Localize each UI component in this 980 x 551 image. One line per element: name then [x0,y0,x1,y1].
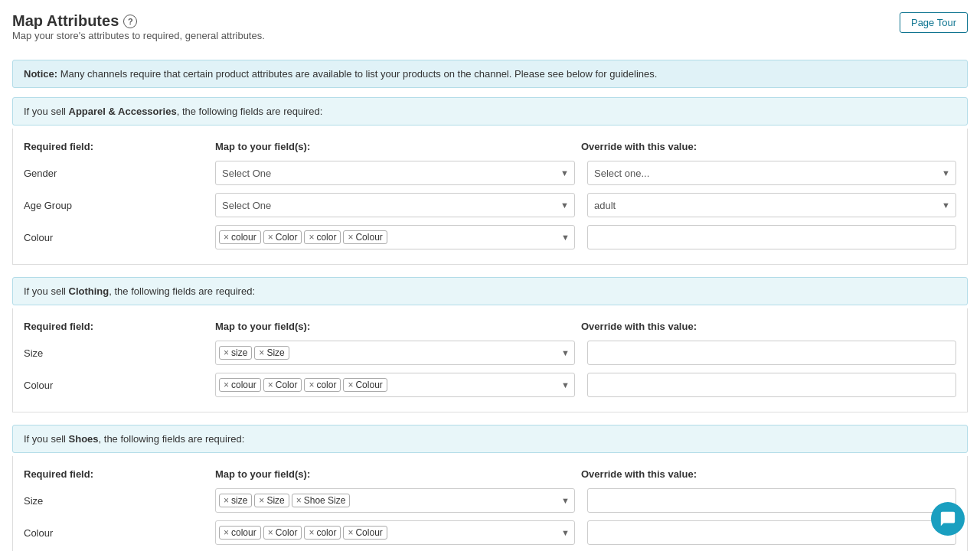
tag-remove-colour-1[interactable]: × [224,233,229,242]
override-col-label: Override with this value: [581,141,956,152]
apparel-colour-override-input[interactable] [587,225,956,249]
clothing-colour-tag-select[interactable]: ×colour ×Color ×color ×Colour ▼ [215,373,575,397]
tag-remove-size-1[interactable]: × [224,348,229,357]
clothing-size-tag-select[interactable]: ×size ×Size ▼ [215,341,575,365]
section-shoes-fields: Required field: Map to your field(s): Ov… [12,456,968,551]
shoes-size-map-col: ×size ×Size ×Shoe Size ▼ [215,488,581,513]
gender-override-wrapper[interactable]: Select one... ▼ [587,161,956,185]
tag-remove-ccolour-2[interactable]: × [268,380,273,390]
shoes-size-arrow: ▼ [561,496,570,505]
notice-label: Notice: [24,68,57,80]
tag-remove-ssize-1[interactable]: × [224,496,229,505]
notice-box: Notice: Many channels require that certa… [12,60,968,88]
gender-override-select[interactable]: Select one... [587,161,956,185]
clothing-size-override-col [581,341,956,365]
shoes-size-override-input[interactable] [587,488,956,513]
tag-remove-colour-2[interactable]: × [268,233,273,242]
shoes-override-col: Override with this value: [581,468,956,480]
section-clothing-fields: Required field: Map to your field(s): Ov… [12,308,968,412]
apparel-fields-header: Required field: Map to your field(s): Ov… [13,136,967,157]
tag-remove-scolour-4[interactable]: × [348,528,353,537]
tag-remove-colour-4[interactable]: × [348,233,353,242]
apparel-colour-arrow: ▼ [561,233,570,242]
tag-ccolour-4: ×Colour [343,378,387,392]
section-shoes-header: If you sell Shoes, the following fields … [12,425,968,453]
page-tour-button[interactable]: Page Tour [900,12,968,33]
clothing-colour-override-input[interactable] [587,373,956,397]
tag-scolour-2: ×Color [263,526,302,540]
tag-colour-4: ×Colour [343,230,387,244]
help-icon[interactable]: ? [123,15,137,28]
tag-ccolour-3: ×color [304,378,341,392]
shoes-size-row: Size ×size ×Size ×Shoe Size ▼ [13,484,967,517]
gender-select[interactable]: Select One [215,161,575,185]
clothing-colour-override-col [581,373,956,397]
shoes-size-tag-select[interactable]: ×size ×Size ×Shoe Size ▼ [215,488,575,513]
age-group-row: Age Group Select One ▼ adult ▼ [13,189,967,221]
tag-remove-ssize-3[interactable]: × [296,496,302,505]
tag-size-1: ×size [219,346,252,360]
clothing-colour-row: Colour ×colour ×Color ×color ×Colour ▼ [13,369,967,401]
tag-remove-ssize-2[interactable]: × [259,496,264,505]
age-group-select[interactable]: Select One [215,193,575,217]
clothing-size-label: Size [24,347,215,359]
tag-colour-2: ×Color [263,230,302,244]
clothing-size-map-col: ×size ×Size ▼ [215,341,581,365]
clothing-override-col: Override with this value: [581,321,956,332]
tag-colour-1: ×colour [219,230,261,244]
age-group-label: Age Group [24,200,215,211]
tag-ssize-1: ×size [219,494,252,507]
tag-remove-scolour-3[interactable]: × [309,528,314,537]
shoes-map-col: Map to your field(s): [215,468,581,480]
tag-size-2: ×Size [254,346,289,360]
gender-override-col: Select one... ▼ [581,161,956,185]
apparel-colour-override-col [581,225,956,249]
tag-remove-scolour-2[interactable]: × [268,528,273,537]
tag-remove-ccolour-3[interactable]: × [309,380,314,390]
tag-remove-scolour-1[interactable]: × [224,528,229,537]
tag-ssize-2: ×Size [254,494,289,507]
chat-icon [939,510,956,527]
shoes-required-col: Required field: [24,468,215,480]
tag-remove-ccolour-4[interactable]: × [348,380,353,390]
age-group-override-wrapper[interactable]: adult ▼ [587,193,956,217]
tag-remove-colour-3[interactable]: × [309,233,314,242]
tag-scolour-4: ×Colour [343,526,387,540]
clothing-map-col: Map to your field(s): [215,321,581,332]
tag-remove-size-2[interactable]: × [259,348,264,357]
shoes-size-label: Size [24,495,215,507]
tag-scolour-3: ×color [304,526,341,540]
shoes-colour-tag-select[interactable]: ×colour ×Color ×color ×Colour ▼ [215,520,575,545]
apparel-colour-tag-select[interactable]: ×colour ×Color ×color ×Colour ▼ [215,225,575,249]
clothing-colour-arrow: ▼ [561,380,570,390]
age-group-override-col: adult ▼ [581,193,956,217]
tag-ccolour-1: ×colour [219,378,261,392]
clothing-size-row: Size ×size ×Size ▼ [13,337,967,369]
shoes-colour-map-col: ×colour ×Color ×color ×Colour ▼ [215,520,581,545]
clothing-size-override-input[interactable] [587,341,956,365]
section-clothing-header: If you sell Clothing, the following fiel… [12,277,968,305]
shoes-colour-label: Colour [24,527,215,539]
map-field-col-label: Map to your field(s): [215,141,581,152]
page-title: Map Attributes ? [12,12,265,30]
clothing-colour-map-col: ×colour ×Color ×color ×Colour ▼ [215,373,581,397]
age-group-override-select[interactable]: adult [587,193,956,217]
gender-row: Gender Select One ▼ Select one... ▼ [13,157,967,189]
clothing-size-arrow: ▼ [561,348,570,357]
age-group-select-wrapper[interactable]: Select One ▼ [215,193,575,217]
clothing-fields-header: Required field: Map to your field(s): Ov… [13,316,967,337]
apparel-colour-label: Colour [24,232,215,243]
shoes-colour-arrow: ▼ [561,528,570,537]
notice-text: Many channels require that certain produ… [60,68,658,80]
tag-remove-ccolour-1[interactable]: × [224,380,229,390]
shoes-colour-override-col [581,520,956,545]
gender-label: Gender [24,168,215,179]
tag-ccolour-2: ×Color [263,378,302,392]
chat-bubble[interactable] [931,502,965,536]
clothing-required-col: Required field: [24,321,215,332]
required-field-col-label: Required field: [24,141,215,152]
shoes-colour-override-input[interactable] [587,520,956,545]
gender-select-wrapper[interactable]: Select One ▼ [215,161,575,185]
section-apparel-header: If you sell Apparel & Accessories, the f… [12,97,968,126]
tag-colour-3: ×color [304,230,341,244]
